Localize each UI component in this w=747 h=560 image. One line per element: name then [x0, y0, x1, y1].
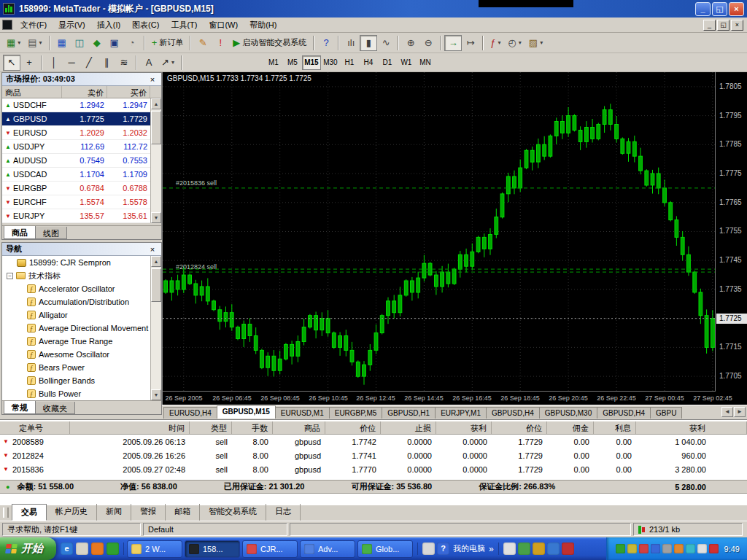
market-watch-row[interactable]: ▲USDCAD1.17041.1709 [2, 168, 161, 182]
navigator-indicator-item[interactable]: ƒAverage True Range [2, 335, 161, 348]
taskbar-extra-icon-1[interactable] [503, 542, 516, 555]
order-row[interactable]: ▼20085892005.09.26 06:13sell8.00gbpusd1.… [0, 435, 747, 448]
channel-button[interactable]: ∥ [98, 55, 115, 71]
horizontal-line-button[interactable]: ─ [63, 55, 80, 71]
chart-tab-5[interactable]: EURJPY,M1 [435, 407, 487, 419]
minimize-button[interactable]: _ [695, 2, 711, 16]
tray-icon-4[interactable] [651, 544, 660, 553]
language-bar-icon[interactable] [422, 542, 435, 555]
task-button[interactable]: 158... [185, 540, 240, 558]
crosshair-button[interactable]: + [20, 55, 38, 71]
tray-icon-7[interactable] [686, 544, 695, 553]
new-order-button[interactable]: +新订单 [148, 35, 187, 51]
tray-icon-5[interactable] [662, 544, 672, 553]
market-watch-row[interactable]: ▲USDJPY112.69112.72 [2, 140, 161, 154]
chevron-icon[interactable]: » [489, 544, 494, 554]
timeframe-m5-button[interactable]: M5 [283, 55, 302, 70]
text-button[interactable]: A [140, 55, 158, 71]
menu-item[interactable]: 图表(C) [126, 18, 165, 33]
menu-item[interactable]: 工具(T) [165, 18, 203, 33]
tray-icon-8[interactable] [697, 544, 707, 553]
start-button[interactable]: 开始 [0, 537, 56, 560]
taskbar-clock[interactable]: 9:49 [724, 545, 740, 553]
market-watch-row[interactable]: ▲USDCHF1.29421.2947 [2, 98, 161, 112]
templates-button[interactable]: ▨▾ [525, 35, 546, 51]
order-row[interactable]: ▼20158362005.09.27 02:48sell8.00gbpusd1.… [0, 462, 747, 476]
chart-tab-0[interactable]: EURUSD,H4 [163, 407, 217, 419]
scroll-up-icon[interactable]: ▲ [151, 98, 161, 109]
time-axis[interactable]: 26 Sep 200526 Sep 06:4526 Sep 08:4526 Se… [163, 391, 716, 405]
market-watch-tab-0[interactable]: 商品 [4, 226, 36, 239]
scrollbar-thumb[interactable] [151, 268, 161, 302]
messenger-icon[interactable] [107, 542, 119, 555]
navigator-indicator-item[interactable]: ƒAlligator [2, 308, 161, 322]
bar-chart-button[interactable]: ılı [342, 35, 360, 51]
autotrading-button[interactable]: ▶启动智能交易系统 [229, 35, 310, 51]
tray-icon-6[interactable] [674, 544, 684, 553]
timeframe-m1-button[interactable]: M1 [264, 55, 283, 70]
taskbar-extra-icon-2[interactable] [518, 542, 530, 555]
periods-button[interactable]: ◴▾ [504, 35, 525, 51]
terminal-tab-4[interactable]: 邮箱 [166, 504, 200, 521]
tray-icon-3[interactable] [639, 544, 649, 553]
timeframe-m30-button[interactable]: M30 [321, 55, 340, 70]
tray-icon-1[interactable] [616, 544, 625, 553]
ie-quick-launch-icon[interactable]: e [61, 542, 73, 555]
scroll-left-icon[interactable]: ◄ [721, 407, 733, 417]
desktop-toolbar-label[interactable]: 我的电脑 [453, 543, 485, 554]
tree-expander-icon[interactable]: − [7, 273, 13, 279]
navigator-indicator-item[interactable]: ƒAwesome Oscillator [2, 348, 161, 361]
timeframe-w1-button[interactable]: W1 [397, 55, 416, 70]
navigator-button[interactable]: ◆ [88, 35, 106, 51]
order-row[interactable]: ▼20128242005.09.26 16:26sell8.00gbpusd1.… [0, 448, 747, 462]
auto-scroll-button[interactable]: → [444, 35, 462, 51]
navigator-indicator-item[interactable]: ƒAccelerator Oscillator [2, 282, 161, 295]
market-watch-row[interactable]: ▼EURCHF1.55741.5578 [2, 195, 161, 209]
terminal-tab-6[interactable]: 日志 [266, 504, 301, 521]
profiles-button[interactable]: ▤▾ [24, 35, 45, 51]
terminal-tab-0[interactable]: 交易 [12, 504, 47, 521]
vertical-line-button[interactable]: │ [45, 55, 63, 71]
tray-icon-9[interactable] [709, 544, 719, 553]
timeframe-mn-button[interactable]: MN [416, 55, 435, 70]
task-button[interactable]: Glob... [357, 540, 413, 558]
scroll-down-icon[interactable]: ▼ [151, 212, 161, 223]
menu-item[interactable]: 文件(F) [15, 18, 53, 33]
navigator-account-item[interactable]: 158999: CJR Sempron [2, 256, 161, 269]
task-button[interactable]: CJR... [242, 540, 298, 558]
scroll-down-icon[interactable]: ▼ [151, 389, 161, 400]
task-button[interactable]: 2 W... [127, 540, 182, 558]
zoom-in-button[interactable]: ⊕ [402, 35, 419, 51]
chart-window[interactable]: GBPUSD,M15 1.7733 1.7734 1.7725 1.7725 #… [162, 72, 747, 405]
chart-shift-button[interactable]: ↦ [462, 35, 479, 51]
fibonacci-button[interactable]: ≋ [115, 55, 133, 71]
navigator-close-icon[interactable]: × [147, 245, 158, 254]
menu-item[interactable]: 窗口(W) [203, 18, 244, 33]
market-watch-row[interactable]: ▼EURJPY135.57135.61 [2, 209, 161, 223]
navigator-tab-1[interactable]: 收藏夹 [35, 402, 75, 414]
arrows-button[interactable]: ↗▾ [158, 55, 178, 71]
terminal-tab-2[interactable]: 新闻 [97, 504, 131, 521]
chart-tab-4[interactable]: GBPUSD,H1 [382, 407, 436, 419]
menu-item[interactable]: 帮助(H) [244, 18, 282, 33]
navigator-tab-0[interactable]: 常规 [4, 401, 36, 414]
market-watch-row[interactable]: ▼EURGBP0.67840.6788 [2, 182, 161, 195]
terminal-tab-5[interactable]: 智能交易系统 [200, 504, 266, 521]
timeframe-m15-button[interactable]: M15 [302, 55, 321, 70]
market-watch-row[interactable]: ▲AUDUSD0.75490.7553 [2, 154, 161, 168]
media-player-icon[interactable] [91, 542, 104, 555]
price-scale[interactable]: 1.78051.77951.77851.77751.77651.77551.77… [715, 72, 747, 405]
terminal-grip[interactable] [3, 508, 9, 518]
market-watch-scrollbar[interactable]: ▲ ▼ [150, 98, 161, 223]
mdi-minimize-button[interactable]: _ [703, 20, 716, 31]
menu-item[interactable]: 插入(I) [91, 18, 126, 33]
trendline-button[interactable]: ╱ [80, 55, 98, 71]
navigator-indicator-item[interactable]: ƒBulls Power [2, 387, 161, 400]
help-button[interactable]: ? [317, 35, 335, 51]
zoom-out-button[interactable]: ⊖ [419, 35, 437, 51]
navigator-indicator-item[interactable]: ƒBollinger Bands [2, 374, 161, 387]
timeframe-h1-button[interactable]: H1 [340, 55, 359, 70]
navigator-indicator-item[interactable]: ƒAverage Directional Movement [2, 322, 161, 335]
new-chart-button[interactable]: ▦▾ [3, 35, 24, 51]
terminal-tab-1[interactable]: 帐户历史 [47, 504, 97, 521]
